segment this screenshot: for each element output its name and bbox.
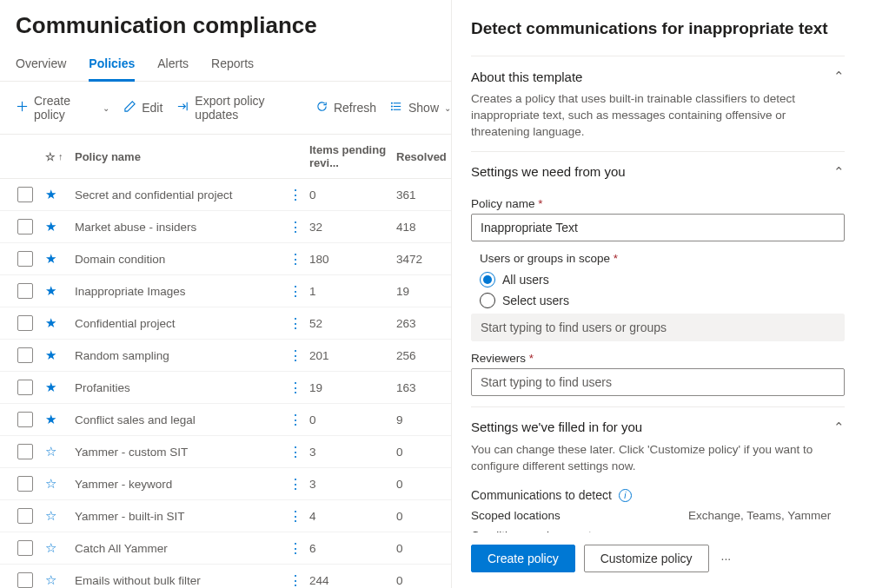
table-row[interactable]: ★Confidential project⋮52263 xyxy=(0,307,451,340)
row-menu-icon[interactable]: ⋮ xyxy=(289,347,295,364)
customize-policy-button[interactable]: Customize policy xyxy=(584,545,709,572)
star-outline-icon[interactable]: ☆ xyxy=(45,444,56,459)
show-button[interactable]: Show ⌄ xyxy=(390,100,451,116)
star-filled-icon[interactable]: ★ xyxy=(45,412,56,426)
row-checkbox[interactable] xyxy=(17,412,33,427)
table-row[interactable]: ☆Yammer - keyword⋮30 xyxy=(0,468,451,500)
panel-footer: Create policy Customize policy ··· xyxy=(471,532,845,588)
scope-users-input xyxy=(471,314,845,341)
export-button[interactable]: Export policy updates xyxy=(176,94,302,122)
more-icon[interactable]: ··· xyxy=(718,552,735,565)
create-policy-label: Create policy xyxy=(34,94,97,122)
row-menu-icon[interactable]: ⋮ xyxy=(289,315,295,332)
row-menu-icon[interactable]: ⋮ xyxy=(289,283,295,300)
create-policy-button[interactable]: Create policy xyxy=(471,545,575,572)
sort-arrow-icon[interactable]: ↑ xyxy=(58,151,63,162)
edit-button[interactable]: Edit xyxy=(123,100,163,116)
section-about-title: About this template xyxy=(471,69,582,84)
chevron-up-icon: ⌃ xyxy=(833,69,845,84)
communications-detect-title: Communications to detect i xyxy=(471,488,845,502)
star-filled-icon[interactable]: ★ xyxy=(45,283,56,298)
table-row[interactable]: ☆Catch All Yammer⋮60 xyxy=(0,532,451,565)
row-menu-icon[interactable]: ⋮ xyxy=(289,412,295,428)
star-filled-icon[interactable]: ★ xyxy=(45,251,56,266)
star-outline-icon[interactable]: ☆ xyxy=(45,508,56,523)
row-checkbox[interactable] xyxy=(17,219,33,235)
table-row[interactable]: ★Secret and confidential project⋮0361 xyxy=(0,179,451,211)
section-settings-need-header[interactable]: Settings we need from you ⌃ xyxy=(471,164,845,187)
table-row[interactable]: ★Conflict sales and legal⋮09 xyxy=(0,404,451,436)
star-filled-icon[interactable]: ★ xyxy=(45,187,56,202)
table-row[interactable]: ★Random sampling⋮201256 xyxy=(0,340,451,372)
radio-all-users[interactable]: All users xyxy=(480,272,845,287)
reviewers-label: Reviewers * xyxy=(471,352,845,365)
row-menu-icon[interactable]: ⋮ xyxy=(289,540,295,557)
row-checkbox[interactable] xyxy=(17,187,33,202)
tab-alerts[interactable]: Alerts xyxy=(157,53,189,82)
row-menu-icon[interactable]: ⋮ xyxy=(289,251,295,268)
required-asterisk: * xyxy=(614,252,618,265)
row-checkbox[interactable] xyxy=(17,380,33,395)
info-icon[interactable]: i xyxy=(619,489,632,502)
star-filled-icon[interactable]: ★ xyxy=(45,347,56,362)
table-header: ☆ ↑ Policy name Items pending revi... Re… xyxy=(0,135,451,179)
tab-overview[interactable]: Overview xyxy=(16,53,66,82)
row-menu-icon[interactable]: ⋮ xyxy=(289,187,295,203)
section-filled-header[interactable]: Settings we've filled in for you ⌃ xyxy=(471,420,845,442)
row-checkbox[interactable] xyxy=(17,572,33,588)
tab-reports[interactable]: Reports xyxy=(211,53,254,82)
row-menu-icon[interactable]: ⋮ xyxy=(289,380,295,396)
row-checkbox[interactable] xyxy=(17,283,33,299)
scoped-locations-value: Exchange, Teams, Yammer xyxy=(688,509,831,522)
reviewers-input[interactable] xyxy=(471,368,845,396)
star-filled-icon[interactable]: ★ xyxy=(45,315,56,330)
show-label: Show xyxy=(408,101,439,115)
policy-name: Domain condition xyxy=(75,253,289,266)
row-menu-icon[interactable]: ⋮ xyxy=(289,219,295,235)
row-checkbox[interactable] xyxy=(17,347,33,363)
star-filled-icon[interactable]: ★ xyxy=(45,380,56,394)
row-checkbox[interactable] xyxy=(17,444,33,459)
resolved-value: 3472 xyxy=(396,253,448,266)
star-outline-icon[interactable]: ☆ xyxy=(45,572,56,587)
star-outline-icon[interactable]: ☆ xyxy=(45,150,56,163)
export-icon xyxy=(176,100,189,116)
edit-label: Edit xyxy=(142,101,163,115)
table-row[interactable]: ☆Yammer - built-in SIT⋮40 xyxy=(0,500,451,532)
row-checkbox[interactable] xyxy=(17,476,33,492)
table-row[interactable]: ★Profanities⋮19163 xyxy=(0,372,451,404)
table-row[interactable]: ☆Emails without bulk filter⋮2440 xyxy=(0,565,451,588)
star-outline-icon[interactable]: ☆ xyxy=(45,476,56,491)
column-policy-name[interactable]: Policy name xyxy=(75,150,309,163)
row-checkbox[interactable] xyxy=(17,315,33,331)
table-row[interactable]: ★Market abuse - insiders⋮32418 xyxy=(0,211,451,243)
radio-select-users[interactable]: Select users xyxy=(480,293,845,308)
row-menu-icon[interactable]: ⋮ xyxy=(289,476,295,492)
tab-policies[interactable]: Policies xyxy=(89,53,135,82)
export-label: Export policy updates xyxy=(195,94,302,122)
star-outline-icon[interactable]: ☆ xyxy=(45,540,56,555)
create-policy-button[interactable]: Create policy ⌄ xyxy=(16,94,109,122)
row-menu-icon[interactable]: ⋮ xyxy=(289,508,295,525)
chevron-down-icon: ⌄ xyxy=(103,103,109,113)
refresh-button[interactable]: Refresh xyxy=(315,100,376,116)
star-filled-icon[interactable]: ★ xyxy=(45,219,56,234)
policy-name: Yammer - custom SIT xyxy=(75,446,289,459)
section-about-header[interactable]: About this template ⌃ xyxy=(471,69,845,91)
column-items-pending[interactable]: Items pending revi... xyxy=(309,143,396,169)
row-menu-icon[interactable]: ⋮ xyxy=(289,572,295,589)
table-row[interactable]: ☆Yammer - custom SIT⋮30 xyxy=(0,436,451,468)
table-row[interactable]: ★Domain condition⋮1803472 xyxy=(0,243,451,275)
panel-title: Detect communications for inappropriate … xyxy=(471,19,845,38)
chevron-up-icon: ⌃ xyxy=(833,164,845,180)
row-checkbox[interactable] xyxy=(17,540,33,556)
items-pending-value: 0 xyxy=(309,188,396,202)
main-content: Communication compliance Overview Polici… xyxy=(0,0,452,588)
row-menu-icon[interactable]: ⋮ xyxy=(289,444,295,460)
policy-name-input[interactable] xyxy=(471,214,845,241)
row-checkbox[interactable] xyxy=(17,508,33,524)
column-resolved[interactable]: Resolved xyxy=(396,150,448,163)
table-row[interactable]: ★Inappropriate Images⋮119 xyxy=(0,275,451,307)
row-checkbox[interactable] xyxy=(17,251,33,267)
radio-icon xyxy=(480,293,495,308)
